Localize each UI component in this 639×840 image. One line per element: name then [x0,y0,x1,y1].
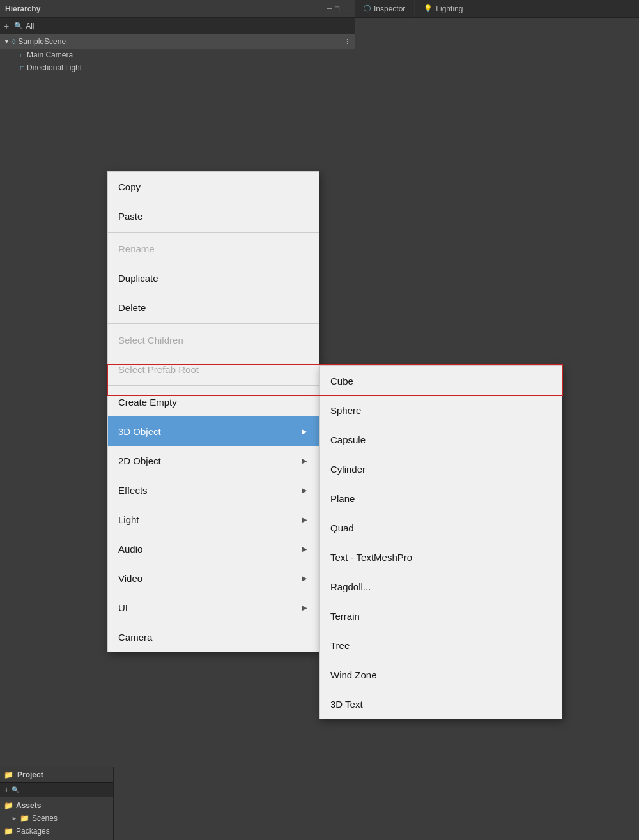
arrow-right-icon: ► [300,427,309,436]
context-menu-item-delete[interactable]: Delete [108,293,319,322]
assets-folder-icon: 📁 [4,801,13,810]
context-menu-item-light[interactable]: Light ► [108,505,319,534]
project-item-assets[interactable]: 📁 Assets [0,799,113,812]
minimize-icon[interactable]: ─ [327,4,332,13]
submenu-item-text-mesh-pro[interactable]: Text - TextMeshPro [320,542,562,572]
submenu-item-quad[interactable]: Quad [320,513,562,542]
project-item-packages[interactable]: 📁 Packages [0,825,113,837]
arrow-right-2d-icon: ► [300,456,309,466]
scene-more-icon[interactable]: ⋮ [344,38,351,46]
camera-icon: □ [20,52,24,59]
lighting-icon: 💡 [424,4,433,13]
context-menu-item-paste[interactable]: Paste [108,201,319,231]
search-icon: 🔍 [14,22,23,30]
tab-inspector[interactable]: ⓘ Inspector [355,0,415,17]
context-menu-item-rename: Rename [108,234,319,263]
hierarchy-search-input[interactable] [26,22,351,31]
hierarchy-panel-header: Hierarchy ─ ◻ ⋮ [0,0,355,18]
submenu-item-3d-text[interactable]: 3D Text [320,689,562,719]
hierarchy-item-main-camera[interactable]: □ Main Camera [0,49,355,61]
arrow-right-ui-icon: ► [300,603,309,613]
packages-folder-icon: 📁 [4,827,13,836]
context-menu-item-video[interactable]: Video ► [108,563,319,593]
project-search-bar: + 🔍 [0,783,113,797]
project-header: 📁 Project [0,767,113,783]
context-menu-item-select-children: Select Children [108,325,319,355]
context-menu-item-2d-object[interactable]: 2D Object ► [108,446,319,475]
project-title: Project [17,770,43,779]
project-search-icon: 🔍 [12,786,19,793]
submenu-item-plane[interactable]: Plane [320,484,562,513]
arrow-right-video-icon: ► [300,574,309,583]
context-menu-item-3d-object[interactable]: 3D Object ► [108,416,319,446]
context-menu-item-create-empty[interactable]: Create Empty [108,387,319,416]
project-panel: 📁 Project + 🔍 📁 Assets ► 📁 Scenes 📁 Pack… [0,767,114,840]
context-menu-item-copy[interactable]: Copy [108,172,319,201]
arrow-right-light-icon: ► [300,515,309,524]
separator-1 [108,232,319,233]
packages-label: Packages [16,827,50,836]
scene-name: SampleScene [18,37,66,46]
context-menu: Copy Paste Rename Duplicate Delete Selec… [107,171,320,652]
more-icon[interactable]: ⋮ [343,4,350,13]
add-hierarchy-btn[interactable]: + [4,21,9,31]
tab-lighting[interactable]: 💡 Lighting [415,0,472,17]
right-tabs: ⓘ Inspector 💡 Lighting [355,0,639,18]
hierarchy-item-directional-light[interactable]: □ Directional Light [0,61,355,74]
scene-row[interactable]: ▼ ◊ SampleScene ⋮ [0,34,355,49]
scene-icon: ◊ [12,38,15,45]
scenes-folder-icon: 📁 [20,814,29,823]
hierarchy-title: Hierarchy [5,4,40,13]
scenes-label: Scenes [32,814,58,823]
maximize-icon[interactable]: ◻ [334,4,340,13]
submenu-3d-object: Cube Sphere Capsule Cylinder Plane Quad … [320,365,562,719]
hierarchy-search-bar: + 🔍 [0,18,355,34]
arrow-right-audio-icon: ► [300,544,309,554]
project-item-scenes[interactable]: ► 📁 Scenes [0,812,113,825]
separator-2 [108,323,319,324]
project-add-btn[interactable]: + [4,784,9,795]
scene-arrow-icon: ▼ [4,38,10,45]
project-content: 📁 Assets ► 📁 Scenes 📁 Packages [0,797,113,840]
submenu-item-cube[interactable]: Cube [320,366,562,395]
inspector-icon: ⓘ [364,4,371,13]
main-camera-label: Main Camera [27,50,73,59]
submenu-item-ragdoll[interactable]: Ragdoll... [320,572,562,601]
assets-label: Assets [16,801,41,810]
folder-panel-icon: 📁 [4,770,13,779]
submenu-item-wind-zone[interactable]: Wind Zone [320,660,562,689]
context-menu-item-ui[interactable]: UI ► [108,593,319,622]
submenu-item-tree[interactable]: Tree [320,630,562,660]
directional-light-label: Directional Light [27,63,82,72]
submenu-item-sphere[interactable]: Sphere [320,395,562,425]
context-menu-item-effects[interactable]: Effects ► [108,475,319,505]
arrow-right-effects-icon: ► [300,485,309,495]
scenes-arrow-icon: ► [12,815,17,821]
context-menu-item-camera[interactable]: Camera [108,622,319,652]
submenu-item-cylinder[interactable]: Cylinder [320,454,562,484]
light-icon: □ [20,65,24,72]
context-menu-item-select-prefab-root: Select Prefab Root [108,355,319,384]
separator-3 [108,385,319,386]
context-menu-item-audio[interactable]: Audio ► [108,534,319,563]
submenu-item-terrain[interactable]: Terrain [320,601,562,630]
submenu-item-capsule[interactable]: Capsule [320,425,562,454]
context-menu-item-duplicate[interactable]: Duplicate [108,263,319,293]
